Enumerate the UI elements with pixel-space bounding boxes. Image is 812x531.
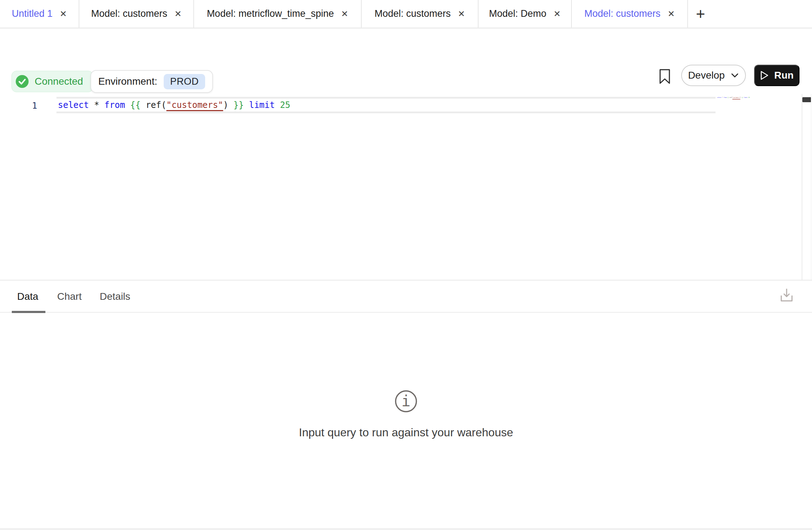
connection-status-row: Connected Environment: PROD xyxy=(0,65,812,94)
active-line-highlight[interactable]: select * from {{ ref("customers") }} lim… xyxy=(56,97,716,113)
connected-label: Connected xyxy=(35,76,83,87)
close-icon[interactable]: ✕ xyxy=(554,10,561,18)
tab-label: Model: customers xyxy=(91,8,167,19)
tab-details-label: Details xyxy=(100,291,130,302)
sql-editor[interactable]: 1 select * from {{ ref("customers") }} l… xyxy=(0,94,812,280)
info-icon: i xyxy=(394,389,418,413)
close-icon[interactable]: ✕ xyxy=(174,10,182,18)
tab-label: Model: customers xyxy=(584,8,660,19)
tab-label: Untitled 1 xyxy=(12,8,53,19)
check-circle-icon xyxy=(15,75,29,88)
plus-icon: + xyxy=(696,5,705,23)
minimap-code-line: select * from {{ ref("customers") }} lim… xyxy=(717,95,802,100)
tab-details[interactable]: Details xyxy=(100,281,130,313)
download-icon xyxy=(779,287,794,303)
results-empty-state: i Input query to run against your wareho… xyxy=(0,389,812,439)
tab-model-metricflow-time-spine[interactable]: Model: metricflow_time_spine ✕ xyxy=(194,0,362,28)
results-panel-tabs: Data Chart Details xyxy=(0,281,812,313)
tab-model-demo[interactable]: Model: Demo ✕ xyxy=(479,0,572,28)
editor-tab-bar: Untitled 1 ✕ Model: customers ✕ Model: m… xyxy=(0,0,812,29)
tab-model-customers-1[interactable]: Model: customers ✕ xyxy=(79,0,194,28)
new-tab-button[interactable]: + xyxy=(688,0,713,28)
code-line[interactable]: select * from {{ ref("customers") }} lim… xyxy=(56,99,290,111)
environment-value-chip: PROD xyxy=(164,74,205,89)
close-icon[interactable]: ✕ xyxy=(60,10,67,18)
tab-label: Model: customers xyxy=(375,8,451,19)
close-icon[interactable]: ✕ xyxy=(668,10,675,18)
tab-chart[interactable]: Chart xyxy=(57,281,81,313)
active-tab-underline xyxy=(12,311,45,313)
environment-selector[interactable]: Environment: PROD xyxy=(90,70,213,93)
connection-status-badge: Connected xyxy=(11,71,93,92)
svg-text:i: i xyxy=(401,392,410,410)
environment-label: Environment: xyxy=(98,76,157,87)
tab-label: Model: metricflow_time_spine xyxy=(207,8,334,19)
editor-toolbar: Develop Run xyxy=(0,30,812,65)
window-bottom-border xyxy=(0,528,812,530)
tab-label: Model: Demo xyxy=(489,8,546,19)
editor-scrollbar-thumb[interactable] xyxy=(802,97,811,102)
tab-model-customers-3[interactable]: Model: customers ✕ xyxy=(572,0,688,28)
editor-scrollbar-track xyxy=(802,94,802,280)
tab-chart-label: Chart xyxy=(57,291,81,302)
tab-untitled-1[interactable]: Untitled 1 ✕ xyxy=(0,0,79,28)
close-icon[interactable]: ✕ xyxy=(458,10,465,18)
close-icon[interactable]: ✕ xyxy=(341,10,348,18)
editor-minimap[interactable]: select * from {{ ref("customers") }} lim… xyxy=(717,95,802,116)
empty-state-message: Input query to run against your warehous… xyxy=(0,426,812,439)
tab-data[interactable]: Data xyxy=(17,281,38,313)
tab-model-customers-2[interactable]: Model: customers ✕ xyxy=(362,0,479,28)
line-number: 1 xyxy=(21,99,37,112)
tab-data-label: Data xyxy=(17,291,38,302)
ide-screen: Untitled 1 ✕ Model: customers ✕ Model: m… xyxy=(0,0,812,531)
download-results-button[interactable] xyxy=(779,287,794,303)
